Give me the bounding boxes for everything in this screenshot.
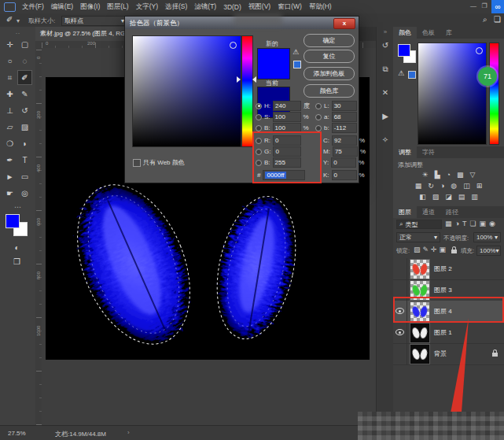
- menu-view[interactable]: 视图(V): [248, 2, 270, 12]
- posterize-icon[interactable]: ▨: [432, 193, 440, 201]
- tool-move[interactable]: ✛: [3, 38, 17, 51]
- color-libraries-button[interactable]: 颜色库: [304, 84, 355, 98]
- filter-type-icon[interactable]: T: [462, 220, 467, 227]
- color-lookup-icon[interactable]: ⊞: [476, 182, 483, 190]
- tool-clone-stamp[interactable]: ⊥: [3, 104, 17, 117]
- quick-mask-icon[interactable]: ◐: [10, 241, 24, 254]
- lock-all-icon[interactable]: [451, 250, 457, 253]
- brightness-contrast-icon[interactable]: ☀: [422, 171, 429, 179]
- tool-crop[interactable]: ⌗: [3, 71, 17, 84]
- tips-icon[interactable]: ✧: [379, 135, 392, 144]
- web-safe-cube-icon[interactable]: [293, 61, 301, 68]
- b-radio[interactable]: [256, 125, 262, 131]
- status-chevron-icon[interactable]: ›: [127, 429, 130, 436]
- maximize-button[interactable]: ❐: [479, 0, 490, 13]
- lab-b-input[interactable]: -112: [332, 123, 357, 133]
- tool-path-select[interactable]: ►: [3, 170, 17, 183]
- layer-thumbnail[interactable]: [410, 344, 430, 364]
- tool-preset-arrow-icon[interactable]: ▾: [17, 17, 20, 24]
- visibility-toggle[interactable]: [393, 343, 407, 364]
- toolbar-grip[interactable]: ‥: [0, 28, 35, 35]
- panel-web-cube-icon[interactable]: [408, 71, 416, 79]
- clone-source-icon[interactable]: ⧉: [379, 65, 392, 74]
- tool-eraser[interactable]: ▱: [3, 120, 17, 134]
- menu-select[interactable]: 选择(S): [165, 2, 187, 12]
- filter-shape-icon[interactable]: ❏: [469, 220, 476, 227]
- threshold-icon[interactable]: ◪: [445, 193, 452, 201]
- menu-edit[interactable]: 编辑(E): [51, 2, 73, 12]
- tab-color[interactable]: 颜色: [393, 27, 417, 39]
- eye-icon[interactable]: [395, 329, 404, 335]
- layer-row-2[interactable]: 图层 2: [393, 258, 504, 280]
- s-input[interactable]: 100: [273, 112, 301, 122]
- menu-3d[interactable]: 3D(D): [223, 3, 241, 11]
- eyedropper-tool-icon[interactable]: ✐: [6, 15, 13, 24]
- exposure-icon[interactable]: ▩: [457, 171, 464, 179]
- tool-hand[interactable]: ☛: [3, 187, 17, 200]
- history-icon[interactable]: ↺: [379, 41, 392, 50]
- workspace-icon[interactable]: ❏: [494, 15, 501, 24]
- blend-mode-dropdown[interactable]: 正常▾: [396, 232, 440, 242]
- tool-dodge[interactable]: ◗: [18, 137, 31, 150]
- foreground-color-swatch[interactable]: [6, 214, 20, 228]
- tab-channels[interactable]: 通道: [417, 206, 440, 218]
- color-balance-icon[interactable]: ↻: [428, 182, 434, 190]
- layer-row-background[interactable]: 背景: [393, 343, 504, 365]
- menu-help[interactable]: 帮助(H): [309, 2, 332, 12]
- panel-gamut-warning-icon[interactable]: ⚠: [398, 69, 404, 77]
- y-input[interactable]: 0: [331, 157, 356, 168]
- s-radio[interactable]: [256, 114, 262, 120]
- tab-swatches[interactable]: 色板: [417, 27, 440, 39]
- h-input[interactable]: 240: [273, 101, 301, 111]
- layer-thumbnail[interactable]: [410, 259, 430, 279]
- panel-color-cursor[interactable]: [476, 47, 483, 54]
- curves-icon[interactable]: ◔: [447, 171, 451, 179]
- zoom-level[interactable]: 27.5%: [8, 430, 26, 437]
- m-input[interactable]: 75: [333, 146, 358, 157]
- menu-type[interactable]: 文字(Y): [136, 2, 158, 12]
- black-white-icon[interactable]: ◑: [440, 182, 444, 190]
- layer-filter-dropdown[interactable]: ⌕类型: [396, 220, 442, 229]
- panel-hue-strip[interactable]: [489, 43, 499, 145]
- screen-mode-icon[interactable]: ❐: [10, 255, 24, 268]
- hue-saturation-icon[interactable]: ▦: [415, 182, 422, 190]
- lock-transparent-icon[interactable]: ▨: [414, 246, 421, 253]
- lab-b-radio[interactable]: [315, 125, 322, 131]
- tool-lasso[interactable]: ○: [3, 54, 17, 68]
- properties-icon[interactable]: ✕: [379, 88, 392, 97]
- menu-file[interactable]: 文件(F): [22, 2, 44, 12]
- filter-pixel-icon[interactable]: ▦: [445, 220, 452, 227]
- tool-pen[interactable]: ✒: [3, 153, 17, 167]
- lock-image-icon[interactable]: ✎: [423, 246, 429, 253]
- tool-type[interactable]: T: [18, 153, 31, 167]
- tool-brush[interactable]: ✎: [18, 87, 31, 101]
- tab-layers[interactable]: 图层: [393, 206, 417, 218]
- filter-adjustment-icon[interactable]: ◑: [455, 220, 459, 227]
- tool-eyedropper[interactable]: ✐: [18, 71, 31, 84]
- tab-paths[interactable]: 路径: [440, 206, 464, 218]
- channel-mixer-icon[interactable]: ◫: [463, 182, 470, 190]
- menu-layer[interactable]: 图层(L): [107, 2, 128, 12]
- web-only-checkbox[interactable]: [133, 159, 141, 167]
- filter-smart-object-icon[interactable]: ▣: [480, 220, 487, 227]
- layer-thumbnail[interactable]: [410, 323, 430, 343]
- gamut-warning-icon[interactable]: ⚠: [292, 48, 299, 56]
- add-to-swatches-button[interactable]: 添加到色板: [304, 67, 355, 80]
- actions-icon[interactable]: ▶: [379, 112, 392, 120]
- hue-slider-left-arrow-icon[interactable]: [237, 76, 241, 83]
- dialog-close-button[interactable]: x: [333, 18, 355, 29]
- photo-filter-icon[interactable]: ◍: [451, 182, 457, 190]
- tab-libraries[interactable]: 库: [440, 27, 458, 39]
- edit-toolbar-icon[interactable]: ⋯: [0, 203, 35, 211]
- ok-button[interactable]: 确定: [304, 34, 355, 47]
- hue-slider[interactable]: [241, 35, 253, 147]
- saturation-brightness-field[interactable]: [132, 35, 241, 147]
- tool-shape[interactable]: ▭: [18, 170, 31, 183]
- l-input[interactable]: 30: [332, 101, 357, 111]
- visibility-toggle[interactable]: [393, 258, 407, 279]
- tool-gradient[interactable]: ▨: [18, 120, 31, 134]
- tab-adjustments[interactable]: 调整: [393, 146, 417, 158]
- lock-artboard-icon[interactable]: ▣: [440, 246, 447, 253]
- tool-zoom[interactable]: ◎: [18, 187, 31, 200]
- tool-history-brush[interactable]: ↺: [18, 104, 31, 117]
